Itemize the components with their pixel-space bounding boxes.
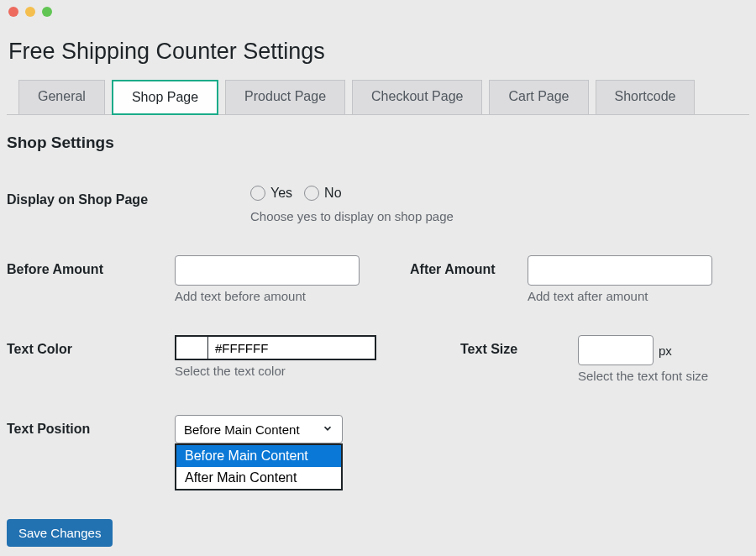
text-size-suffix: px bbox=[659, 344, 672, 358]
after-amount-label: After Amount bbox=[410, 255, 528, 277]
maximize-icon[interactable] bbox=[42, 7, 52, 17]
display-on-shop-hint: Choose yes to display on shop page bbox=[250, 209, 454, 223]
before-amount-hint: Add text before amount bbox=[175, 289, 360, 303]
after-amount-input[interactable] bbox=[528, 255, 712, 286]
minimize-icon[interactable] bbox=[25, 7, 35, 17]
tab-checkout-page[interactable]: Checkout Page bbox=[352, 80, 482, 115]
tab-cart-page[interactable]: Cart Page bbox=[489, 80, 588, 115]
dropdown-option-before[interactable]: Before Main Content bbox=[176, 445, 341, 467]
radio-no[interactable] bbox=[304, 186, 319, 201]
text-color-hint: Select the text color bbox=[175, 364, 376, 378]
tab-general[interactable]: General bbox=[18, 80, 105, 115]
tab-shop-page[interactable]: Shop Page bbox=[112, 80, 218, 115]
radio-no-label: No bbox=[324, 186, 341, 201]
before-amount-input[interactable] bbox=[175, 255, 360, 286]
save-button[interactable]: Save Changes bbox=[7, 519, 113, 547]
text-color-input[interactable]: #FFFFFF bbox=[175, 335, 376, 360]
section-title: Shop Settings bbox=[7, 134, 749, 152]
text-size-input[interactable] bbox=[578, 335, 654, 365]
radio-yes[interactable] bbox=[250, 186, 265, 201]
text-color-label: Text Color bbox=[7, 335, 175, 357]
tabs-nav: General Shop Page Product Page Checkout … bbox=[7, 80, 749, 115]
display-on-shop-label: Display on Shop Page bbox=[7, 186, 250, 207]
before-amount-label: Before Amount bbox=[7, 255, 175, 277]
text-position-select[interactable]: Before Main Content bbox=[175, 415, 343, 443]
after-amount-hint: Add text after amount bbox=[528, 289, 712, 303]
page-title: Free Shipping Counter Settings bbox=[8, 39, 749, 65]
text-size-hint: Select the text font size bbox=[578, 369, 708, 383]
radio-yes-label: Yes bbox=[270, 186, 292, 201]
tab-product-page[interactable]: Product Page bbox=[225, 80, 345, 115]
text-position-label: Text Position bbox=[7, 415, 175, 437]
tab-shortcode[interactable]: Shortcode bbox=[596, 80, 696, 115]
text-color-value: #FFFFFF bbox=[208, 337, 375, 359]
text-size-label: Text Size bbox=[460, 335, 578, 357]
text-position-dropdown: Before Main Content After Main Content bbox=[175, 443, 343, 490]
text-position-selected: Before Main Content bbox=[184, 422, 300, 437]
window-titlebar bbox=[0, 0, 756, 24]
dropdown-option-after[interactable]: After Main Content bbox=[176, 467, 341, 489]
color-swatch-icon bbox=[176, 337, 208, 359]
chevron-down-icon bbox=[322, 422, 333, 437]
close-icon[interactable] bbox=[8, 7, 18, 17]
